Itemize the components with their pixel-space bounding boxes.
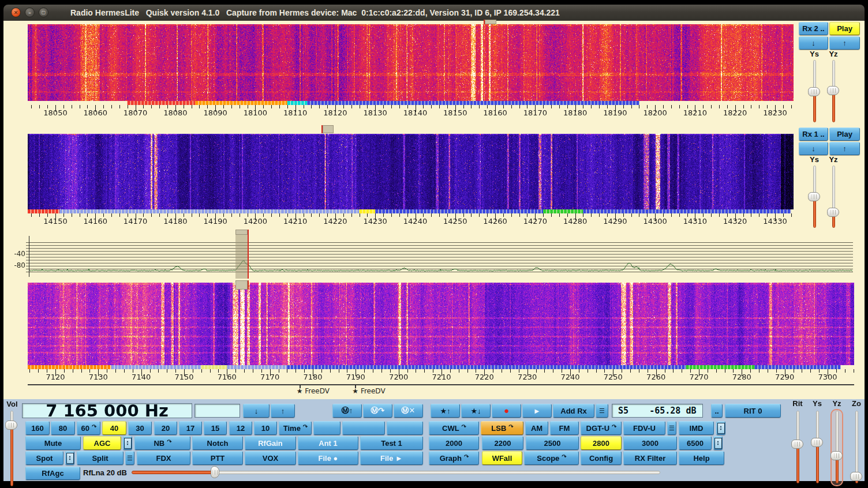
rx1-slider-ys[interactable]	[807, 166, 821, 228]
slider-handle[interactable]	[211, 466, 219, 478]
button-blank[interactable]	[387, 421, 423, 435]
button-60[interactable]: 60↷	[77, 421, 100, 435]
button-vox[interactable]: VOX	[245, 451, 296, 465]
button-blank[interactable]: ↑	[271, 404, 295, 418]
button-play[interactable]: Play	[829, 22, 860, 35]
button-fdx[interactable]: FDX	[137, 451, 190, 465]
button-imd[interactable]: IMD	[679, 421, 714, 435]
button-help[interactable]: Help	[679, 451, 724, 465]
button-rx-1[interactable]: Rx 1 ..	[799, 127, 828, 141]
button-rx-2[interactable]: Rx 2 ..	[799, 22, 828, 35]
spectrum-graph[interactable]	[24, 234, 854, 279]
button-am[interactable]: AM	[525, 421, 548, 435]
rflna-slider[interactable]	[132, 466, 660, 479]
station-label-freedv[interactable]: ★ FreeDV	[352, 387, 398, 395]
button-blank[interactable]: Ⓜ✕	[394, 404, 423, 418]
button-15[interactable]: 15	[204, 421, 227, 435]
button-add-rx[interactable]: Add Rx	[553, 404, 594, 418]
button-split[interactable]: Split	[77, 451, 124, 465]
button-spot[interactable]: Spot	[25, 451, 63, 465]
slider-zo[interactable]	[850, 411, 863, 483]
button-rx-filter[interactable]: RX Filter	[623, 451, 677, 465]
button-test-1[interactable]: Test 1	[360, 436, 423, 450]
button-rit-0[interactable]: RIT 0	[725, 404, 781, 418]
passband-tab-main[interactable]	[235, 230, 248, 235]
button-blank[interactable]: Ⓜ↑	[332, 404, 362, 418]
frequency-entry[interactable]	[194, 404, 240, 418]
slider-handle[interactable]	[5, 421, 17, 430]
button-lsb[interactable]: LSB↷	[481, 421, 523, 435]
slider-yz[interactable]	[830, 411, 844, 483]
button-blank[interactable]: ↑	[829, 36, 860, 50]
button-160[interactable]: 160	[25, 421, 50, 435]
rx1-slider-yz[interactable]	[826, 166, 840, 228]
slider-handle[interactable]	[827, 208, 839, 217]
button-17[interactable]: 17	[179, 421, 202, 435]
button-ant-1[interactable]: Ant 1	[298, 436, 358, 450]
spin-button[interactable]: ▴▾	[713, 436, 723, 450]
button-blank[interactable]: ★↓	[461, 404, 491, 418]
button-80[interactable]: 80	[51, 421, 75, 435]
button-blank[interactable]: Ⓜ↷	[363, 404, 392, 418]
button-2200[interactable]: 2200	[482, 436, 523, 450]
button-30[interactable]: 30	[128, 421, 152, 435]
button-rfgain[interactable]: RfGain	[245, 436, 296, 450]
button-40[interactable]: 40	[102, 421, 126, 435]
button-blank[interactable]: ↓	[243, 404, 270, 418]
slider-handle[interactable]	[791, 440, 803, 449]
button-play[interactable]: Play	[829, 127, 860, 141]
button-cwl[interactable]: CWL↷	[429, 421, 479, 435]
button-agc[interactable]: AGC	[83, 436, 121, 450]
list-button[interactable]: ☰	[125, 451, 134, 465]
button-mute[interactable]: Mute	[25, 436, 81, 450]
slider-ys[interactable]	[810, 411, 824, 483]
maximize-icon[interactable]	[39, 7, 48, 17]
button-wfall[interactable]: WFall	[482, 451, 522, 465]
button-blank[interactable]: ↓	[799, 142, 828, 155]
slider-handle[interactable]	[808, 87, 820, 96]
slider-handle[interactable]	[850, 472, 862, 481]
button-ptt[interactable]: PTT	[192, 451, 243, 465]
slider-handle[interactable]	[811, 438, 823, 447]
passband-tab-rx2[interactable]	[485, 20, 496, 24]
waterfall-17m[interactable]	[28, 24, 794, 101]
button-scope[interactable]: Scope↷	[524, 451, 579, 465]
button-2500[interactable]: 2500	[526, 436, 579, 450]
list-button[interactable]: ☰	[596, 404, 608, 418]
spin-button[interactable]: ▴▾	[123, 436, 132, 450]
button-notch[interactable]: Notch	[192, 436, 243, 450]
rx2-slider-yz[interactable]	[826, 60, 840, 122]
button-blank[interactable]: ↑	[829, 142, 860, 155]
slider-handle[interactable]	[827, 86, 839, 95]
button-config[interactable]: Config	[581, 451, 622, 465]
slider-handle[interactable]	[808, 192, 820, 201]
button-time[interactable]: Time↷	[279, 421, 312, 435]
volume-slider[interactable]	[5, 411, 18, 486]
button-6500[interactable]: 6500	[679, 436, 712, 450]
button-2800[interactable]: 2800	[581, 436, 622, 450]
passband-tab-rx1[interactable]	[323, 125, 334, 133]
spin-button[interactable]: ▴▾	[716, 421, 725, 435]
button-12[interactable]: 12	[229, 421, 252, 435]
button-fm[interactable]: FM	[550, 421, 579, 435]
waterfall-40m[interactable]	[28, 283, 854, 365]
waterfall-20m[interactable]	[28, 134, 794, 209]
button-10[interactable]: 10	[254, 421, 277, 435]
button-20[interactable]: 20	[154, 421, 177, 435]
spin-button[interactable]: ▴▾	[65, 451, 74, 465]
button-blank[interactable]: ..	[711, 404, 723, 418]
button-blank[interactable]: ↓	[799, 36, 828, 50]
button-nb[interactable]: NB↷	[134, 436, 190, 450]
button-blank[interactable]: ★↑	[431, 404, 460, 418]
list-button[interactable]: ☰	[667, 421, 676, 435]
button-fdv-u[interactable]: FDV-U	[623, 421, 665, 435]
button-rfagc[interactable]: RfAgc	[25, 467, 80, 480]
button-file[interactable]: File ►	[360, 451, 423, 465]
button-blank[interactable]	[342, 421, 385, 435]
button-2000[interactable]: 2000	[429, 436, 479, 450]
button-blank[interactable]: ●	[492, 404, 521, 418]
slider-handle[interactable]	[830, 451, 843, 460]
station-label-freedv[interactable]: ★ FreeDV	[297, 387, 343, 395]
minimize-icon[interactable]	[25, 7, 35, 17]
passband-tab-main[interactable]	[235, 280, 248, 290]
